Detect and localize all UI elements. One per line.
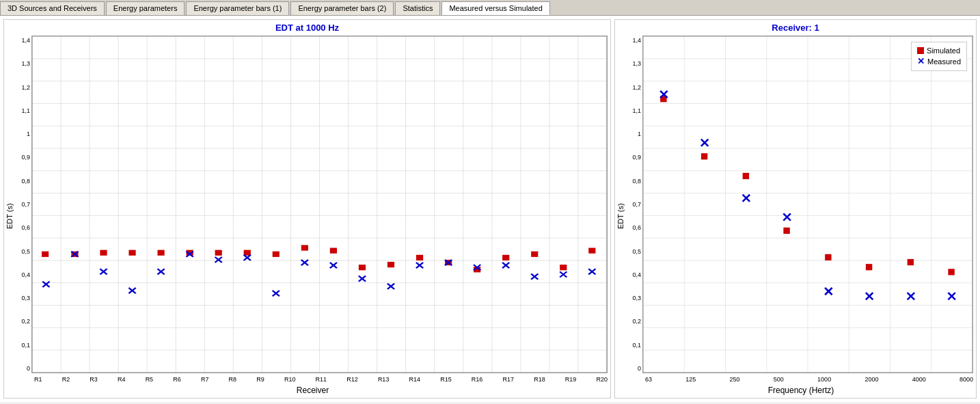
y-tick: 0,6 <box>15 224 30 231</box>
left-plot-region <box>31 36 608 373</box>
x-tick-r8: R8 <box>229 376 237 383</box>
x-tick-r3: R3 <box>90 376 98 383</box>
y-tick-right: 0 <box>626 365 641 372</box>
x-tick-r14: R14 <box>409 376 421 383</box>
right-chart-area: EDT (s) 1,4 1,3 1,2 1,1 1 0,9 0,8 0,7 0,… <box>615 34 976 398</box>
svg-rect-122 <box>743 173 749 179</box>
svg-rect-125 <box>866 264 872 270</box>
legend-measured-icon: ✕ <box>917 56 925 66</box>
y-tick: 0,8 <box>15 178 30 185</box>
right-chart-container: Receiver: 1 EDT (s) 1,4 1,3 1,2 1,1 1 0,… <box>614 19 977 399</box>
right-x-axis-label: Frequency (Hertz) <box>626 383 976 398</box>
svg-rect-55 <box>588 248 595 254</box>
y-tick-right: 1,4 <box>626 37 641 44</box>
x-tick-r17: R17 <box>503 376 515 383</box>
x-tick-2000: 2000 <box>865 376 878 383</box>
x-tick-125: 125 <box>685 376 696 383</box>
x-tick-r16: R16 <box>472 376 483 383</box>
y-tick: 0,5 <box>15 248 30 255</box>
x-tick-r9: R9 <box>256 376 264 383</box>
y-tick: 0,3 <box>15 295 30 301</box>
y-tick-right: 1,2 <box>626 84 641 91</box>
y-tick-right: 0,7 <box>626 201 641 208</box>
svg-rect-36 <box>42 252 49 257</box>
x-tick-r6: R6 <box>173 376 181 383</box>
svg-rect-42 <box>215 250 222 256</box>
svg-rect-40 <box>157 250 164 256</box>
svg-rect-45 <box>301 245 308 250</box>
svg-rect-46 <box>330 248 337 254</box>
right-y-axis-label: EDT (s) <box>615 34 626 398</box>
right-chart-title: Receiver: 1 <box>615 20 976 34</box>
y-tick-right: 0,5 <box>626 248 641 255</box>
tab-bar: 3D Sources and Receivers Energy paramete… <box>0 0 980 16</box>
x-tick-r12: R12 <box>346 376 358 383</box>
x-tick-r2: R2 <box>62 376 70 383</box>
legend-simulated: Simulated <box>917 46 961 55</box>
x-tick-r1: R1 <box>34 376 42 383</box>
y-tick-right: 0,2 <box>626 318 641 325</box>
svg-rect-53 <box>531 252 538 257</box>
y-tick: 0,9 <box>15 154 30 161</box>
y-tick: 1,1 <box>15 107 30 114</box>
svg-rect-127 <box>948 269 954 275</box>
y-tick-right: 0,3 <box>626 295 641 301</box>
tab-energy-params[interactable]: Energy parameters <box>106 1 185 15</box>
y-tick: 1,4 <box>15 37 30 44</box>
x-tick-r19: R19 <box>565 376 577 383</box>
y-tick-right: 1 <box>626 131 641 137</box>
svg-rect-54 <box>560 265 567 270</box>
y-tick-right: 0,9 <box>626 154 641 161</box>
tab-3d-sources[interactable]: 3D Sources and Receivers <box>0 1 105 15</box>
left-x-axis-label: Receiver <box>15 383 610 398</box>
y-tick-right: 0,1 <box>626 342 641 349</box>
y-tick: 0,2 <box>15 318 30 325</box>
svg-rect-38 <box>100 250 107 256</box>
x-tick-r7: R7 <box>201 376 209 383</box>
x-tick-63: 63 <box>645 376 652 383</box>
y-tick-right: 1,3 <box>626 60 641 67</box>
svg-rect-44 <box>273 252 280 257</box>
x-tick-r13: R13 <box>378 376 390 383</box>
x-tick-1000: 1000 <box>817 376 831 383</box>
x-tick-r20: R20 <box>596 376 608 383</box>
y-tick: 0,1 <box>15 342 30 349</box>
left-chart-area: EDT (s) 1,4 1,3 1,2 1,1 1 0,9 0,8 0,7 0,… <box>4 34 610 398</box>
x-tick-8000: 8000 <box>959 376 973 383</box>
left-chart-title: EDT at 1000 Hz <box>4 20 610 34</box>
x-tick-r15: R15 <box>440 376 452 383</box>
main-content: EDT at 1000 Hz EDT (s) 1,4 1,3 1,2 1,1 1… <box>0 16 980 402</box>
legend-measured: ✕ Measured <box>917 56 961 66</box>
tab-statistics[interactable]: Statistics <box>395 1 440 15</box>
legend: Simulated ✕ Measured <box>911 42 967 71</box>
legend-measured-label: Measured <box>927 57 961 66</box>
svg-rect-39 <box>128 250 135 256</box>
svg-rect-48 <box>387 262 394 267</box>
y-tick: 0,4 <box>15 271 30 278</box>
x-tick-r10: R10 <box>284 376 296 383</box>
x-tick-r18: R18 <box>534 376 545 383</box>
svg-rect-49 <box>416 255 423 260</box>
left-chart-container: EDT at 1000 Hz EDT (s) 1,4 1,3 1,2 1,1 1… <box>3 19 611 399</box>
y-tick: 1,2 <box>15 84 30 91</box>
x-tick-r11: R11 <box>316 376 327 383</box>
legend-simulated-icon <box>917 47 924 54</box>
tab-measured-simulated[interactable]: Measured versus Simulated <box>441 1 549 15</box>
y-tick: 0 <box>15 365 30 372</box>
y-tick-right: 0,8 <box>626 178 641 185</box>
right-plot-region: Simulated ✕ Measured <box>642 36 973 373</box>
x-tick-r5: R5 <box>146 376 154 383</box>
y-tick-right: 1,1 <box>626 107 641 114</box>
svg-rect-126 <box>908 259 914 265</box>
x-tick-500: 500 <box>774 376 784 383</box>
svg-rect-123 <box>783 228 789 234</box>
y-tick: 0,7 <box>15 201 30 208</box>
tab-energy-bars-2[interactable]: Energy parameter bars (2) <box>290 1 394 15</box>
tab-energy-bars-1[interactable]: Energy parameter bars (1) <box>186 1 289 15</box>
left-y-axis-label: EDT (s) <box>4 34 15 398</box>
legend-simulated-label: Simulated <box>927 46 960 55</box>
y-tick: 1,3 <box>15 60 30 67</box>
y-tick: 1 <box>15 131 30 137</box>
svg-rect-124 <box>825 254 831 260</box>
x-tick-r4: R4 <box>118 376 126 383</box>
